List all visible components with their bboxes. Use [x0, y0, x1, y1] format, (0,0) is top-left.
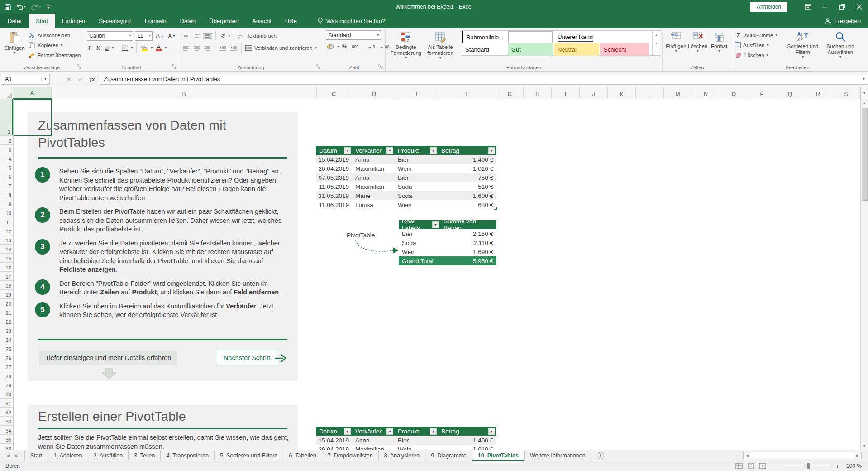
wrap-text-button[interactable]: Textumbruch	[237, 31, 277, 41]
sheet-tab-6-tabellen[interactable]: 6. Tabellen	[283, 450, 322, 461]
dialog-launcher-icon[interactable]	[378, 64, 383, 69]
page-layout-view-button[interactable]	[747, 463, 754, 469]
row-header-28[interactable]: 28	[0, 371, 13, 380]
row-header-33[interactable]: 33	[0, 417, 13, 426]
row-header-32[interactable]: 32	[0, 408, 13, 417]
italic-button[interactable]: K	[95, 45, 101, 52]
merge-center-button[interactable]: Verbinden und zentrieren ▾	[245, 43, 317, 53]
cell-style-Neutral[interactable]: Neutral	[554, 43, 599, 56]
row-header-34[interactable]: 34	[0, 426, 13, 435]
scroll-down-icon[interactable]: ▼	[861, 442, 868, 450]
sheet-canvas[interactable]: Zusammenfassen von Daten mit PivotTables…	[14, 99, 860, 450]
row-header-7[interactable]: 7	[0, 181, 13, 190]
align-left-button[interactable]	[182, 46, 191, 51]
formula-input[interactable]: Zusammenfassen von Daten mit PivotTables	[100, 74, 860, 85]
sheet-tab-5-sortieren-und-filtern[interactable]: 5. Sortieren und Filtern	[215, 450, 283, 461]
row-header-27[interactable]: 27	[0, 362, 13, 371]
align-top-button[interactable]	[182, 34, 191, 38]
column-header-Q[interactable]: Q	[776, 87, 804, 99]
table-resize-handle[interactable]	[494, 207, 497, 210]
column-header-D[interactable]: D	[351, 87, 397, 99]
increase-indent-button[interactable]	[229, 46, 238, 51]
ribbon-tab-seitenlayout[interactable]: Seitenlayout	[92, 14, 138, 28]
column-header-E[interactable]: E	[397, 87, 438, 99]
formula-bar-chevron[interactable]: ▾	[860, 87, 868, 99]
row-header-11[interactable]: 11	[0, 217, 13, 226]
column-header-O[interactable]: O	[720, 87, 748, 99]
ribbon-tab-datei[interactable]: Datei	[0, 14, 29, 28]
clear-button[interactable]: Löschen ▾	[735, 50, 784, 60]
column-header-M[interactable]: M	[664, 87, 692, 99]
fill-button[interactable]: ↓ Ausfüllen ▾	[735, 40, 784, 50]
horizontal-scrollbar[interactable]: ◀ ▶	[743, 452, 862, 459]
save-button[interactable]	[5, 4, 11, 10]
comma-style-button[interactable]: 000	[350, 44, 360, 49]
formula-bar-expand-button[interactable]: ▾	[860, 74, 868, 85]
row-header-13[interactable]: 13	[0, 236, 13, 245]
filter-dropdown-icon[interactable]: ▼	[488, 147, 495, 154]
conditional-formatting-button[interactable]: ≠ Bedingte Formatierung ▾	[388, 30, 424, 60]
sheet-tab-4-transponieren[interactable]: 4. Transponieren	[161, 450, 215, 461]
format-painter-button[interactable]: Format übertragen	[28, 50, 81, 60]
zoom-percentage[interactable]: 100 %	[843, 463, 862, 469]
borders-button[interactable]	[120, 45, 129, 51]
cell-style-blank[interactable]	[508, 31, 553, 43]
insert-cells-button[interactable]: Einfügen ▾	[665, 30, 687, 53]
sheet-tab-9-diagramme[interactable]: 9. Diagramme	[425, 450, 472, 461]
filter-dropdown-icon[interactable]: ▼	[386, 428, 393, 435]
sort-filter-button[interactable]: AZ Sortieren und Filtern ▾	[784, 30, 822, 59]
sheet-tab-7-dropdownlisten[interactable]: 7. Dropdownlisten	[322, 450, 379, 461]
format-as-table-button[interactable]: Als Tabelle formatieren ▾	[424, 30, 457, 60]
row-header-24[interactable]: 24	[0, 335, 13, 344]
confirm-entry-button[interactable]: ✓	[75, 76, 86, 82]
customize-qat-button[interactable]	[46, 5, 51, 9]
dialog-launcher-icon[interactable]	[172, 64, 177, 69]
row-header-14[interactable]: 14	[0, 245, 13, 254]
row-header-29[interactable]: 29	[0, 380, 13, 389]
column-header-C[interactable]: C	[317, 87, 351, 99]
row-header-9[interactable]: 9	[0, 199, 13, 208]
zoom-in-button[interactable]: +	[835, 463, 839, 470]
row-header-21[interactable]: 21	[0, 308, 13, 317]
column-header-J[interactable]: J	[580, 87, 608, 99]
close-button[interactable]	[851, 0, 868, 14]
cell-style-Unterer Rand[interactable]: Unterer Rand	[554, 31, 650, 43]
gallery-up-button[interactable]: ▲	[653, 31, 660, 39]
row-header-18[interactable]: 18	[0, 281, 13, 290]
vertical-scroll-thumb[interactable]	[862, 108, 868, 201]
name-box[interactable]: A1 ▾	[1, 74, 50, 85]
decrease-indent-button[interactable]	[218, 46, 227, 51]
sheet-tab-8-analysieren[interactable]: 8. Analysieren	[379, 450, 426, 461]
cut-button[interactable]: Ausschneiden	[28, 30, 81, 40]
scroll-up-icon[interactable]: ▲	[861, 99, 868, 107]
row-header-6[interactable]: 6	[0, 172, 13, 181]
copy-button[interactable]: Kopieren ▾	[28, 40, 81, 50]
column-header-A[interactable]: A	[13, 87, 52, 99]
fill-color-button[interactable]	[140, 45, 149, 51]
sheet-tab-2-ausfüllen[interactable]: 2. Ausfüllen	[88, 450, 129, 461]
row-header-8[interactable]: 8	[0, 190, 13, 199]
column-header-L[interactable]: L	[636, 87, 664, 99]
ribbon-tab-formeln[interactable]: Formeln	[138, 14, 173, 28]
column-header-F[interactable]: F	[438, 87, 496, 99]
accounting-format-button[interactable]	[326, 44, 335, 49]
align-bottom-button[interactable]	[203, 33, 212, 39]
align-center-button[interactable]	[192, 46, 201, 51]
zoom-slider-thumb[interactable]	[807, 463, 810, 469]
column-header-P[interactable]: P	[748, 87, 776, 99]
row-header-19[interactable]: 19	[0, 290, 13, 299]
tell-me-search[interactable]: Was möchten Sie tun?	[317, 14, 385, 28]
ribbon-tab-daten[interactable]: Daten	[173, 14, 202, 28]
row-header-35[interactable]: 35	[0, 435, 13, 444]
row-header-30[interactable]: 30	[0, 389, 13, 399]
underline-button[interactable]: U	[103, 45, 110, 51]
filter-dropdown-icon[interactable]: ▼	[344, 147, 351, 154]
row-header-1[interactable]: 1	[0, 99, 13, 136]
scroll-right-icon[interactable]: ▶	[854, 452, 861, 459]
dialog-launcher-icon[interactable]	[77, 64, 82, 69]
align-middle-button[interactable]	[192, 34, 201, 38]
ribbon-tab-ansicht[interactable]: Ansicht	[245, 14, 278, 28]
vertical-scrollbar[interactable]: ▲ ▼	[860, 99, 868, 450]
sheet-tab-start[interactable]: Start	[25, 450, 48, 461]
format-cells-button[interactable]: Format ▾	[708, 30, 730, 53]
